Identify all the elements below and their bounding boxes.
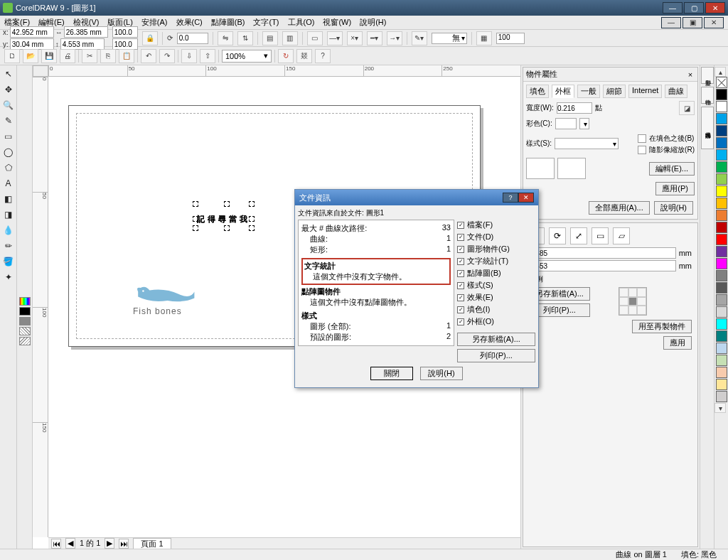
chk-fill[interactable]: ✓ xyxy=(457,306,464,313)
docker-help-button[interactable]: 說明(H) xyxy=(654,201,693,215)
color-swatch[interactable] xyxy=(716,282,727,294)
cut-icon[interactable]: ✂ xyxy=(82,49,97,63)
paste-icon[interactable]: 📋 xyxy=(119,49,134,63)
nudge-input[interactable]: 100 xyxy=(496,33,525,44)
end-arrow-icon[interactable]: →▾ xyxy=(387,31,402,45)
zoom-tool-icon[interactable]: 🔍 xyxy=(1,98,16,112)
color-swatch[interactable] xyxy=(716,222,727,233)
side-tab-2[interactable]: 物件 xyxy=(701,87,714,104)
doc-close-button[interactable]: ✕ xyxy=(704,17,724,28)
first-page-button[interactable]: ⏮ xyxy=(51,539,61,549)
info-listbox[interactable]: 最大 # 曲線次路徑:33 曲線:1 矩形:1 文字統計 這個文件中沒有文字物件… xyxy=(298,220,454,346)
eyedropper-tool-icon[interactable]: 💧 xyxy=(1,223,16,237)
color-swatch[interactable] xyxy=(716,379,727,390)
chk-style[interactable]: ✓ xyxy=(457,282,464,289)
menu-help[interactable]: 說明(H) xyxy=(360,17,386,28)
color-swatch[interactable] xyxy=(716,198,727,209)
color-swatch[interactable] xyxy=(716,270,727,281)
color-swatch[interactable] xyxy=(716,210,727,221)
color-swatch[interactable] xyxy=(716,173,727,185)
dialog-close-icon[interactable]: ✕ xyxy=(518,193,534,203)
docker-close-icon[interactable]: × xyxy=(686,70,695,79)
color-swatch[interactable] xyxy=(716,101,727,112)
color-swatch[interactable] xyxy=(716,355,727,366)
chk-graphic[interactable]: ✓ xyxy=(457,246,464,253)
fill-tool-icon[interactable]: 🪣 xyxy=(1,254,16,269)
color-swatch[interactable] xyxy=(716,113,727,124)
black-swatch[interactable] xyxy=(19,307,31,316)
outline-width-icon[interactable]: ✎▾ xyxy=(412,31,427,45)
color-swatch[interactable] xyxy=(716,234,727,245)
menu-tools[interactable]: 工具(O) xyxy=(288,17,315,28)
chk-text[interactable]: ✓ xyxy=(457,258,464,265)
color-spectrum-icon[interactable] xyxy=(19,297,31,306)
selected-curve-text[interactable]: 記得尋當我 xyxy=(197,205,250,227)
start-cap-well[interactable] xyxy=(526,158,555,179)
mirror-v-icon[interactable]: ⇅ xyxy=(237,31,253,45)
import-icon[interactable]: ⇩ xyxy=(181,49,197,63)
dialog-saveas-button[interactable]: 另存新檔(A)... xyxy=(457,333,535,346)
apply-duplicate-button[interactable]: 用至再製物件 xyxy=(632,320,692,333)
palette-down-icon[interactable]: ▾ xyxy=(714,403,726,413)
outline-width-input[interactable] xyxy=(557,102,592,114)
line-style-icon[interactable]: ━▾ xyxy=(367,31,382,45)
color-swatch[interactable] xyxy=(716,149,727,161)
scale-mode-icon[interactable]: ⤢ xyxy=(570,227,587,244)
to-front-icon[interactable]: ▤ xyxy=(262,31,278,45)
rotate-mode-icon[interactable]: ⟳ xyxy=(549,227,566,244)
lock-ratio-icon[interactable]: 🔒 xyxy=(142,31,158,45)
tab-general[interactable]: 一般 xyxy=(577,85,600,98)
anchor-grid[interactable] xyxy=(619,287,647,316)
interactive-fill-icon[interactable]: ◧ xyxy=(1,192,16,206)
ruler-origin[interactable] xyxy=(33,65,48,77)
dialog-print-button[interactable]: 列印(P)... xyxy=(457,349,535,362)
tab-outline[interactable]: 外框 xyxy=(552,85,574,98)
dialog-help-button[interactable]: 說明(H) xyxy=(420,367,463,380)
apply-all-button[interactable]: 全部應用(A)... xyxy=(589,201,650,215)
side-tab-1[interactable]: 變形 xyxy=(701,67,714,84)
ruler-horizontal[interactable]: 0 50 100 150 200 250 xyxy=(48,65,520,77)
outline-tool-icon[interactable]: ✏ xyxy=(1,239,16,253)
rectangle-tool-icon[interactable]: ▭ xyxy=(1,129,16,144)
dialog-close-button[interactable]: 關閉 xyxy=(370,367,413,380)
tab-fill[interactable]: 填色 xyxy=(526,85,549,98)
color-swatch[interactable] xyxy=(716,161,727,173)
palette-up-icon[interactable]: ▴ xyxy=(714,67,726,77)
logo-group[interactable]: Fish bones xyxy=(133,284,197,316)
polygon-tool-icon[interactable]: ⬠ xyxy=(1,161,16,175)
behind-fill-check[interactable] xyxy=(638,134,646,143)
skew-mode-icon[interactable]: ▱ xyxy=(613,227,630,244)
menu-effects[interactable]: 效果(C) xyxy=(176,17,203,28)
menu-arrange[interactable]: 安排(A) xyxy=(141,17,168,28)
outline-style-icon[interactable]: —▾ xyxy=(327,31,343,45)
interactive-tool-icon[interactable]: ✦ xyxy=(1,270,16,284)
outline-style-dropdown[interactable] xyxy=(555,138,619,149)
to-back-icon[interactable]: ▥ xyxy=(282,31,298,45)
color-swatch[interactable] xyxy=(716,125,727,136)
pattern-swatch[interactable] xyxy=(19,327,31,335)
tab-internet[interactable]: Internet xyxy=(628,85,662,98)
wrap-icon[interactable]: ▭ xyxy=(307,31,323,45)
freehand-tool-icon[interactable]: ✎ xyxy=(1,114,16,128)
size-mode-icon[interactable]: ▭ xyxy=(592,227,609,244)
ruler-vertical[interactable]: 050100150 xyxy=(33,77,48,537)
color-swatch[interactable] xyxy=(716,89,727,100)
pattern2-swatch[interactable] xyxy=(19,337,31,345)
chk-doc[interactable]: ✓ xyxy=(457,234,464,241)
pick-tool-icon[interactable]: ↖ xyxy=(1,67,16,81)
chk-bitmap[interactable]: ✓ xyxy=(457,270,464,277)
edit-outline-button[interactable]: 編輯(E)... xyxy=(649,162,695,176)
next-page-button[interactable]: ▶ xyxy=(105,538,114,549)
w-input[interactable]: 26.385 mm xyxy=(64,26,108,38)
doc-minimize-button[interactable]: — xyxy=(661,17,681,28)
copy-icon[interactable]: ⎘ xyxy=(100,49,116,63)
color-swatch[interactable] xyxy=(716,367,727,378)
close-button[interactable]: ✕ xyxy=(705,2,725,14)
menu-bitmap[interactable]: 點陣圖(B) xyxy=(211,17,245,28)
size-h-input[interactable] xyxy=(529,247,676,259)
chk-file[interactable]: ✓ xyxy=(457,222,464,229)
scale-with-check[interactable] xyxy=(638,146,646,154)
color-swatch[interactable] xyxy=(716,294,727,306)
print-icon[interactable]: 🖨 xyxy=(60,49,75,63)
dialog-help-icon[interactable]: ? xyxy=(503,193,518,203)
